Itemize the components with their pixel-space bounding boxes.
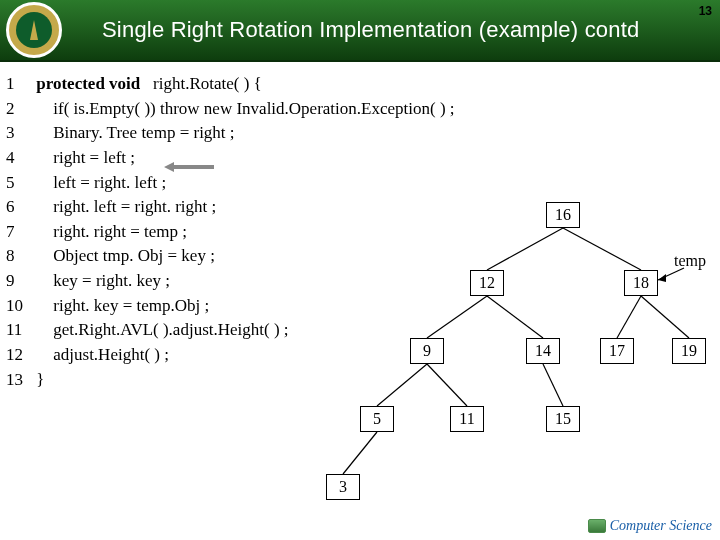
tree-node: 15 (546, 406, 580, 432)
slide-header: Single Right Rotation Implementation (ex… (0, 0, 720, 62)
svg-marker-12 (658, 274, 666, 282)
tree-node: 19 (672, 338, 706, 364)
slide-content: 1 protected void right.Rotate( ) {2 if( … (0, 62, 720, 540)
tree-node: 9 (410, 338, 444, 364)
svg-line-7 (377, 364, 427, 406)
tree-node: 12 (470, 270, 504, 296)
tree-node: 16 (546, 202, 580, 228)
tree-node: 17 (600, 338, 634, 364)
svg-line-6 (641, 296, 689, 338)
tree-node: 11 (450, 406, 484, 432)
slide-title: Single Right Rotation Implementation (ex… (102, 17, 639, 43)
svg-line-10 (343, 432, 377, 474)
footer-text: Computer Science (610, 518, 712, 534)
tree-node: 5 (360, 406, 394, 432)
binary-tree-diagram: 1612189141719511153temp (310, 192, 710, 532)
svg-line-3 (427, 296, 487, 338)
svg-line-4 (487, 296, 543, 338)
tree-node: 18 (624, 270, 658, 296)
code-line: 3 Binary. Tree temp = right ; (6, 121, 455, 146)
code-line: 2 if( is.Empty( )) throw new Invalid.Ope… (6, 97, 455, 122)
svg-line-2 (563, 228, 641, 270)
code-line: 4 right = left ; (6, 146, 455, 171)
svg-line-9 (543, 364, 563, 406)
pointer-arrow-icon (164, 162, 214, 172)
footer-logo: Computer Science (588, 518, 712, 534)
page-number: 13 (699, 4, 712, 18)
tree-node: 3 (326, 474, 360, 500)
svg-line-1 (487, 228, 563, 270)
svg-line-8 (427, 364, 467, 406)
code-line: 1 protected void right.Rotate( ) { (6, 72, 455, 97)
svg-line-5 (617, 296, 641, 338)
svg-marker-0 (164, 162, 214, 172)
temp-label: temp (674, 252, 706, 270)
university-logo (6, 2, 62, 58)
tree-node: 14 (526, 338, 560, 364)
monitor-icon (588, 519, 606, 533)
